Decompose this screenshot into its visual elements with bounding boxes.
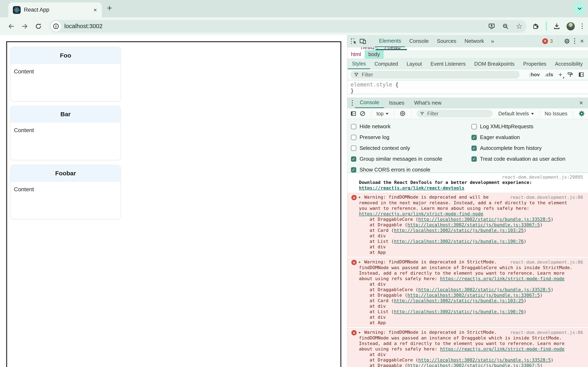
tab-search-button[interactable] xyxy=(574,2,585,15)
st-tab-properties[interactable]: Properties xyxy=(519,59,551,69)
st-tab-layout[interactable]: Layout xyxy=(402,59,426,69)
st-tab-event-listeners[interactable]: Event Listeners xyxy=(426,59,470,69)
forward-button[interactable] xyxy=(21,23,28,30)
drawer-menu-icon[interactable] xyxy=(351,99,354,106)
stack-link[interactable]: http://localhost:3002/static/js/bundle.j… xyxy=(418,217,551,222)
message-source-link[interactable]: react-dom.development.js:86 xyxy=(510,330,583,335)
dom-tag-head[interactable]: head xyxy=(361,47,374,50)
checkbox-label: Show CORS errors in console xyxy=(360,167,430,173)
error-badge-icon[interactable]: × xyxy=(542,38,548,44)
reload-button[interactable] xyxy=(35,23,42,30)
browser-tab[interactable]: React App × xyxy=(8,2,102,17)
st-tab-accessibility[interactable]: Accessibility xyxy=(551,59,587,69)
stack-frame: at div xyxy=(370,303,583,309)
drawer-close-icon[interactable]: × xyxy=(578,99,584,107)
message-source-link[interactable]: react-dom.development.js:86 xyxy=(510,194,583,200)
console-link[interactable]: https://reactjs.org/link/react-devtools xyxy=(359,185,465,191)
device-toolbar-icon[interactable] xyxy=(359,38,366,45)
checkbox-hide-network[interactable] xyxy=(351,124,356,129)
dt-tab-sources[interactable]: Sources xyxy=(433,35,460,47)
bookmark-star-icon[interactable]: ☆ xyxy=(516,23,522,30)
context-selector[interactable]: top xyxy=(376,111,389,117)
checkbox-group-similar-messages-in-console[interactable]: ✓ xyxy=(351,156,356,162)
stack-link[interactable]: http://localhost:3002/static/js/bundle.j… xyxy=(407,363,540,367)
checkbox-label: Preserve log xyxy=(360,134,389,141)
stack-link[interactable]: http://localhost:3002/static/js/bundle.j… xyxy=(418,358,551,363)
crumb-html[interactable]: html xyxy=(347,50,365,58)
card-title[interactable]: Foo xyxy=(11,47,121,64)
inspect-element-icon[interactable] xyxy=(350,38,357,45)
zoom-icon[interactable] xyxy=(502,23,509,30)
tab-close-icon[interactable]: × xyxy=(92,7,98,13)
expand-triangle-icon[interactable]: ▶ xyxy=(359,194,364,200)
card-foo[interactable]: FooContent xyxy=(10,47,121,101)
stack-frame: at div xyxy=(370,244,583,250)
checkbox-treat-code-evaluation-as-user-action[interactable]: ✓ xyxy=(471,156,477,162)
checkbox-log-xmlhttprequests[interactable] xyxy=(471,124,477,129)
console-link[interactable]: https://reactjs.org/link/strict-mode-fin… xyxy=(440,276,564,281)
new-style-rule-button[interactable]: + xyxy=(558,71,562,78)
chrome-menu-icon[interactable] xyxy=(581,23,584,30)
checkbox-show-cors-errors-in-console[interactable]: ✓ xyxy=(351,167,356,173)
console-filter[interactable] xyxy=(417,110,493,117)
styles-filter-input[interactable] xyxy=(361,72,516,78)
console-link[interactable]: https://reactjs.org/link/strict-mode-fin… xyxy=(359,211,483,216)
console-filter-input[interactable] xyxy=(427,110,489,117)
toggle-hover-state[interactable]: :hov xyxy=(529,72,540,77)
clear-console-icon[interactable] xyxy=(360,110,366,117)
dr-tab-issues[interactable]: Issues xyxy=(384,98,409,108)
message-line: https://reactjs.org/link/strict-mode-fin… xyxy=(359,211,583,217)
extensions-puzzle-icon[interactable] xyxy=(532,23,540,30)
card-title[interactable]: Foobar xyxy=(11,165,121,182)
stack-link[interactable]: http://localhost:3002/static/js/bundle.j… xyxy=(394,309,524,314)
back-button[interactable] xyxy=(8,23,15,30)
checkbox-preserve-log[interactable] xyxy=(351,135,356,140)
new-tab-button[interactable]: + xyxy=(107,3,112,13)
devtools-close-icon[interactable]: × xyxy=(579,37,585,45)
stack-link[interactable]: http://localhost:3002/static/js/bundle.j… xyxy=(394,239,524,244)
stack-link[interactable]: http://localhost:3002/static/js/bundle.j… xyxy=(394,298,524,303)
profile-avatar[interactable] xyxy=(567,22,575,30)
card-foobar[interactable]: FoobarContent xyxy=(10,165,121,219)
live-expression-eye-icon[interactable] xyxy=(399,110,406,117)
paint-roller-icon[interactable] xyxy=(567,72,573,78)
crumb-body[interactable]: body xyxy=(365,50,383,58)
stack-link[interactable]: http://localhost:3002/static/js/bundle.j… xyxy=(394,228,524,233)
message-source-link[interactable]: react-dom.development.js:86 xyxy=(510,259,583,265)
checkbox-selected-context-only[interactable] xyxy=(351,146,356,151)
console-link[interactable]: https://reactjs.org/link/strict-mode-fin… xyxy=(440,346,564,351)
dr-tab-console[interactable]: Console xyxy=(355,98,384,108)
toggle-class-editor[interactable]: .cls xyxy=(545,72,553,77)
card-bar[interactable]: BarContent xyxy=(10,106,121,160)
devtools-settings-gear-icon[interactable] xyxy=(563,38,571,45)
log-levels-dropdown[interactable]: Default levels xyxy=(498,111,534,117)
dt-tab-console[interactable]: Console xyxy=(405,35,433,47)
st-tab-dom-breakpoints[interactable]: DOM Breakpoints xyxy=(470,59,519,69)
url-bar[interactable]: localhost:3002 ☆ xyxy=(49,20,527,33)
st-tab-styles[interactable]: Styles xyxy=(348,59,370,69)
dock-sidebar-icon[interactable] xyxy=(578,72,584,78)
more-tabs-icon[interactable]: » xyxy=(491,38,494,44)
issues-counter[interactable]: No Issues xyxy=(545,111,567,117)
devtools-menu-icon[interactable] xyxy=(573,38,576,45)
stack-link[interactable]: http://localhost:3002/static/js/bundle.j… xyxy=(407,222,540,227)
dr-tab-what-s-new[interactable]: What's new xyxy=(409,98,447,108)
styles-filter[interactable] xyxy=(351,71,520,78)
install-app-icon[interactable] xyxy=(488,23,495,30)
console-settings-gear-icon[interactable] xyxy=(578,110,585,117)
console-sidebar-icon[interactable] xyxy=(350,110,357,117)
expand-triangle-icon[interactable]: ▶ xyxy=(359,259,364,265)
stack-link[interactable]: http://localhost:3002/static/js/bundle.j… xyxy=(407,292,540,298)
dt-tab-network[interactable]: Network xyxy=(460,35,488,47)
card-title[interactable]: Bar xyxy=(11,106,121,123)
message-source-link[interactable]: react-dom.development.js:29895 xyxy=(502,174,583,180)
stack-link[interactable]: http://localhost:3002/static/js/bundle.j… xyxy=(418,287,551,292)
site-info-icon[interactable] xyxy=(51,21,61,31)
st-tab-computed[interactable]: Computed xyxy=(370,59,402,69)
dt-tab-elements[interactable]: Elements xyxy=(375,35,405,47)
element-style-section[interactable]: element.style { } xyxy=(347,80,588,94)
checkbox-eager-evaluation[interactable]: ✓ xyxy=(471,135,477,140)
checkbox-autocomplete-from-history[interactable]: ✓ xyxy=(471,146,477,151)
expand-triangle-icon[interactable]: ▶ xyxy=(359,330,364,335)
downloads-icon[interactable] xyxy=(553,23,561,30)
